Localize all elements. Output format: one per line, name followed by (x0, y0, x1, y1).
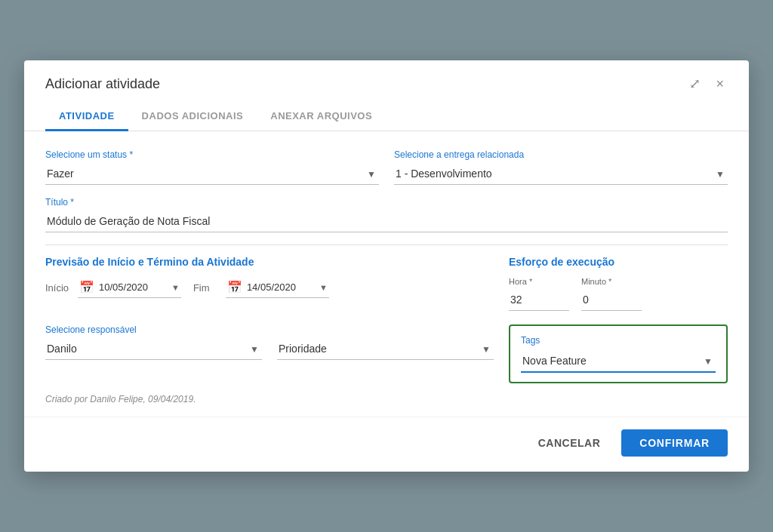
section-divider (45, 244, 728, 245)
prioridade-select-wrapper: Prioridade Alta Média Baixa ▼ (277, 338, 494, 360)
confirm-button[interactable]: CONFIRMAR (621, 429, 728, 457)
modal-footer: CANCELAR CONFIRMAR (24, 417, 749, 472)
inicio-date-input[interactable] (99, 281, 167, 293)
fim-input-wrap: 📅 ▼ (226, 277, 329, 298)
tab-dados-adicionais[interactable]: DADOS ADICIONAIS (128, 103, 257, 131)
fim-label: Fim (193, 282, 220, 294)
fim-date-input[interactable] (247, 281, 315, 293)
cancel-button[interactable]: CANCELAR (526, 431, 613, 455)
created-info: Criado por Danilo Felipe, 09/04/2019. (45, 394, 728, 404)
prioridade-label (277, 324, 494, 335)
inicio-date-arrow-icon: ▼ (171, 283, 180, 292)
header-actions: ⤢ × (685, 75, 728, 92)
status-entrega-row: Selecione um status * Fazer Em progresso… (45, 149, 728, 185)
esforco-col: Esforço de execução Hora * Minuto * (509, 256, 728, 311)
titulo-input[interactable] (45, 211, 728, 232)
tags-select[interactable]: Nova Feature Bug Melhoria Documentação (521, 350, 716, 373)
entrega-select[interactable]: 1 - Desenvolvimento 2 - Testes 3 - Deplo… (394, 163, 728, 185)
minuto-group: Minuto * (581, 277, 642, 311)
status-select-wrapper: Fazer Em progresso Concluído ▼ (45, 163, 379, 185)
modal-title: Adicionar atividade (45, 76, 160, 92)
hora-input[interactable] (509, 289, 569, 311)
previsao-heading: Previsão de Início e Término da Atividad… (45, 256, 494, 268)
tags-select-wrapper: Nova Feature Bug Melhoria Documentação ▼ (521, 350, 716, 373)
prioridade-select[interactable]: Prioridade Alta Média Baixa (277, 338, 494, 360)
titulo-group: Título * (45, 197, 728, 232)
entrega-select-wrapper: 1 - Desenvolvimento 2 - Testes 3 - Deplo… (394, 163, 728, 185)
modal-header: Adicionar atividade ⤢ × (24, 60, 749, 92)
fim-date-arrow-icon: ▼ (319, 283, 328, 292)
expand-button[interactable]: ⤢ (685, 75, 704, 92)
responsavel-prioridade-row: Selecione responsável Danilo Felipe Mari… (45, 324, 494, 360)
minuto-label: Minuto * (581, 277, 642, 286)
titulo-label: Título * (45, 197, 728, 208)
minuto-input[interactable] (581, 289, 642, 311)
hora-group: Hora * (509, 277, 569, 311)
previsao-esforco-section: Previsão de Início e Término da Atividad… (45, 256, 728, 311)
inicio-input-wrap: 📅 ▼ (78, 277, 181, 298)
close-button[interactable]: × (712, 75, 728, 92)
inicio-label: Início (45, 282, 72, 294)
previsao-col: Previsão de Início e Término da Atividad… (45, 256, 494, 311)
fim-group: Fim 📅 ▼ (193, 277, 329, 298)
prioridade-group: Prioridade Alta Média Baixa ▼ (277, 324, 494, 360)
effort-row: Hora * Minuto * (509, 277, 728, 311)
modal-dialog: Adicionar atividade ⤢ × ATIVIDADE DADOS … (24, 60, 749, 472)
tags-box: Tags Nova Feature Bug Melhoria Documenta… (509, 324, 728, 383)
hora-label: Hora * (509, 277, 569, 286)
status-select[interactable]: Fazer Em progresso Concluído (45, 163, 379, 185)
status-group: Selecione um status * Fazer Em progresso… (45, 149, 379, 185)
date-row: Início 📅 ▼ Fim 📅 (45, 277, 494, 298)
status-label: Selecione um status * (45, 149, 379, 160)
tabs-bar: ATIVIDADE DADOS ADICIONAIS ANEXAR ARQUIV… (24, 103, 749, 131)
responsavel-label: Selecione responsável (45, 324, 262, 335)
responsavel-select-wrapper: Danilo Felipe Maria ▼ (45, 338, 262, 360)
tags-col: Tags Nova Feature Bug Melhoria Documenta… (509, 324, 728, 383)
entrega-group: Selecione a entrega relacionada 1 - Dese… (394, 149, 728, 185)
tab-atividade[interactable]: ATIVIDADE (45, 103, 128, 131)
fim-calendar-icon[interactable]: 📅 (227, 280, 242, 294)
tags-label: Tags (521, 335, 716, 346)
close-icon: × (716, 76, 724, 91)
entrega-label: Selecione a entrega relacionada (394, 149, 728, 160)
inicio-calendar-icon[interactable]: 📅 (79, 280, 94, 294)
modal-overlay: Adicionar atividade ⤢ × ATIVIDADE DADOS … (0, 0, 773, 532)
responsavel-select[interactable]: Danilo Felipe Maria (45, 338, 262, 360)
responsavel-group: Selecione responsável Danilo Felipe Mari… (45, 324, 262, 360)
expand-icon: ⤢ (689, 76, 701, 91)
titulo-row: Título * (45, 197, 728, 232)
responsavel-prioridade-col: Selecione responsável Danilo Felipe Mari… (45, 324, 494, 383)
inicio-group: Início 📅 ▼ (45, 277, 181, 298)
responsavel-tags-row: Selecione responsável Danilo Felipe Mari… (45, 324, 728, 383)
tab-anexar-arquivos[interactable]: ANEXAR ARQUIVOS (257, 103, 386, 131)
esforco-heading: Esforço de execução (509, 256, 728, 268)
modal-body: Selecione um status * Fazer Em progresso… (24, 131, 749, 417)
